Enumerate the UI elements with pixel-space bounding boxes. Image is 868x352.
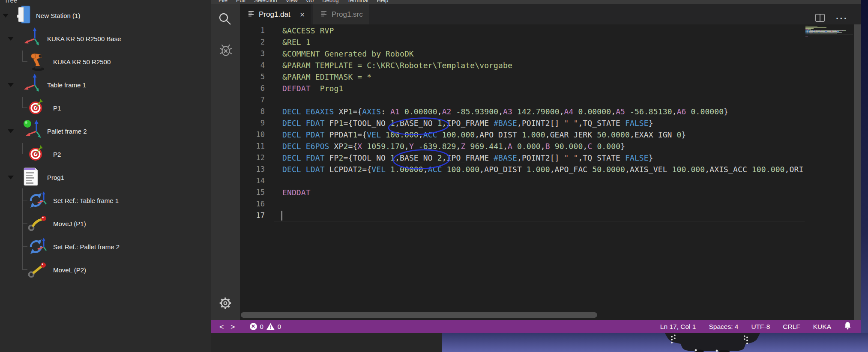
tree-item-kuka-kr-50-r2500[interactable]: KUKA KR 50 R2500: [0, 50, 211, 73]
code-line-8[interactable]: 8DECL E6AXIS XP1={AXIS: A1 0.00000,A2 -8…: [240, 106, 805, 117]
problems-indicator[interactable]: ✕ 0 ! 0: [250, 323, 281, 330]
tree-item-label: MoveJ (P1): [53, 220, 86, 227]
code-text: &COMMENT Generated by RoboDK: [282, 48, 414, 60]
tree-item-p1[interactable]: P1: [0, 96, 211, 119]
tree-item-label: Table frame 1: [47, 81, 86, 89]
tree-item-set-ref-table-frame-1[interactable]: Set Ref.: Table frame 1: [0, 189, 211, 212]
krl-file-icon: [320, 10, 327, 19]
text-cursor: [281, 211, 282, 221]
expand-arrow-icon[interactable]: [8, 129, 14, 133]
line-number: 6: [240, 83, 265, 94]
code-editor-window: FileEditSelectionViewGoDebugTerminalHelp: [211, 0, 861, 333]
tab-bar: Prog1.dat×Prog1.src ···: [240, 4, 861, 24]
code-text: &ACCESS RVP: [282, 25, 334, 36]
notifications-bell-icon[interactable]: [844, 322, 851, 331]
pallet-frame-icon: [23, 119, 44, 143]
menu-view[interactable]: View: [281, 0, 302, 4]
line-number: 3: [240, 48, 265, 60]
menu-selection[interactable]: Selection: [250, 0, 281, 4]
line-number: 7: [240, 94, 265, 106]
robot-icon: [27, 51, 47, 73]
code-text: DECL E6POS XP2={X 1059.170,Y -639.829,Z …: [282, 140, 625, 152]
code-line-4[interactable]: 4&PARAM TEMPLATE = C:\KRC\Roboter\Templa…: [240, 60, 805, 71]
line-number: 4: [240, 60, 265, 71]
tree-item-table-frame-1[interactable]: Table frame 1: [0, 73, 211, 96]
set-ref-icon: [27, 236, 48, 257]
tree-item-kuka-kr-50-r2500-base[interactable]: KUKA KR 50 R2500 Base: [0, 27, 211, 50]
tree-item-movel-p2[interactable]: MoveL (P2): [0, 258, 211, 281]
tree-item-label: New Station (1): [36, 12, 80, 19]
expand-arrow-icon[interactable]: [8, 176, 14, 179]
status-bar: < > ✕ 0 ! 0 Ln 17, Col 1 Spaces: 4 UTF-8…: [211, 320, 861, 333]
tree-item-label: Pallet frame 2: [47, 128, 87, 135]
line-number: 2: [240, 36, 265, 48]
expand-arrow-icon[interactable]: [3, 14, 9, 18]
tree-item-label: Prog1: [47, 174, 64, 181]
warning-icon: !: [266, 323, 275, 330]
menu-help[interactable]: Help: [373, 0, 393, 4]
expand-arrow-icon[interactable]: [8, 83, 14, 87]
krl-file-icon: [248, 10, 254, 19]
menu-go[interactable]: Go: [302, 0, 318, 4]
code-line-2[interactable]: 2&REL 1: [240, 36, 805, 48]
menu-file[interactable]: File: [214, 0, 232, 4]
error-count: 0: [260, 323, 263, 330]
tab-label: Prog1.src: [332, 10, 363, 19]
debug-icon[interactable]: [218, 42, 234, 60]
target-icon: [27, 98, 45, 117]
tab-prog1-src[interactable]: Prog1.src: [313, 4, 369, 24]
menu-terminal[interactable]: Terminal: [343, 0, 372, 4]
tree-item-movej-p1[interactable]: MoveJ (P1): [0, 212, 211, 235]
tree-item-new-station-1[interactable]: New Station (1): [0, 4, 211, 27]
status-eol[interactable]: CRLF: [783, 323, 800, 331]
code-line-15[interactable]: 15ENDDAT: [240, 187, 805, 198]
code-line-13[interactable]: 13DECL LDAT LCPDAT2={VEL 1.00000,ACC 100…: [240, 164, 805, 175]
code-line-5[interactable]: 5&PARAM EDITMASK = *: [240, 71, 805, 83]
status-encoding[interactable]: UTF-8: [751, 323, 770, 331]
code-line-7[interactable]: 7: [240, 94, 805, 106]
tab-prog1-dat[interactable]: Prog1.dat×: [240, 4, 311, 24]
tree-item-prog1[interactable]: Prog1: [0, 166, 211, 189]
menu-edit[interactable]: Edit: [232, 0, 250, 4]
menu-debug[interactable]: Debug: [318, 0, 343, 4]
line-number: 12: [240, 152, 265, 164]
tree-item-p2[interactable]: P2: [0, 143, 211, 166]
minimap[interactable]: [805, 25, 854, 320]
tab-close-icon[interactable]: ×: [300, 11, 305, 18]
status-cursor-position[interactable]: Ln 17, Col 1: [660, 323, 696, 331]
status-language[interactable]: KUKA: [813, 323, 831, 331]
tree-item-set-ref-pallet-frame-2[interactable]: Set Ref.: Pallet frame 2: [0, 235, 211, 258]
code-line-11[interactable]: 11DECL E6POS XP2={X 1059.170,Y -639.829,…: [240, 140, 805, 152]
movel-icon: [27, 260, 48, 280]
code-editor[interactable]: 1&ACCESS RVP2&REL 13&COMMENT Generated b…: [240, 24, 805, 320]
code-text: DECL PDAT PPDAT1={VEL 100.000,ACC 100.00…: [282, 129, 686, 140]
frame-icon: [23, 27, 42, 50]
line-number: 11: [240, 140, 265, 152]
robodk-3d-viewport[interactable]: [442, 333, 868, 352]
nav-back-button[interactable]: <: [219, 322, 224, 331]
code-line-9[interactable]: 9DECL FDAT FP1={TOOL_NO 1,BASE_NO 1,IPO_…: [240, 117, 805, 129]
code-text: DECL FDAT FP2={TOOL_NO 1,BASE_NO 2,IPO_F…: [282, 152, 653, 164]
station-tree-panel: Tree New Station (1)KUKA KR 50 R2500 Bas…: [0, 0, 211, 352]
settings-icon[interactable]: [218, 295, 233, 313]
line-number: 1: [240, 25, 265, 36]
code-line-16[interactable]: 16: [240, 198, 805, 210]
code-line-3[interactable]: 3&COMMENT Generated by RoboDK: [240, 48, 805, 60]
vertical-scrollbar[interactable]: [854, 24, 861, 320]
tree-item-pallet-frame-2[interactable]: Pallet frame 2: [0, 119, 211, 143]
code-line-12[interactable]: 12DECL FDAT FP2={TOOL_NO 1,BASE_NO 2,IPO…: [240, 152, 805, 164]
code-line-17[interactable]: 17: [240, 210, 805, 221]
expand-arrow-icon[interactable]: [8, 37, 14, 41]
code-line-6[interactable]: 6DEFDAT Prog1: [240, 83, 805, 94]
line-number: 5: [240, 71, 265, 83]
line-number: 9: [240, 117, 265, 129]
horizontal-scrollbar[interactable]: [241, 312, 597, 318]
more-actions-icon[interactable]: ···: [836, 17, 848, 21]
nav-forward-button[interactable]: >: [230, 322, 235, 331]
search-icon[interactable]: [218, 12, 232, 28]
code-line-14[interactable]: 14: [240, 175, 805, 187]
split-editor-icon[interactable]: [815, 14, 825, 24]
code-line-1[interactable]: 1&ACCESS RVP: [240, 25, 805, 36]
code-line-10[interactable]: 10DECL PDAT PPDAT1={VEL 100.000,ACC 100.…: [240, 129, 805, 140]
status-indentation[interactable]: Spaces: 4: [709, 323, 738, 331]
